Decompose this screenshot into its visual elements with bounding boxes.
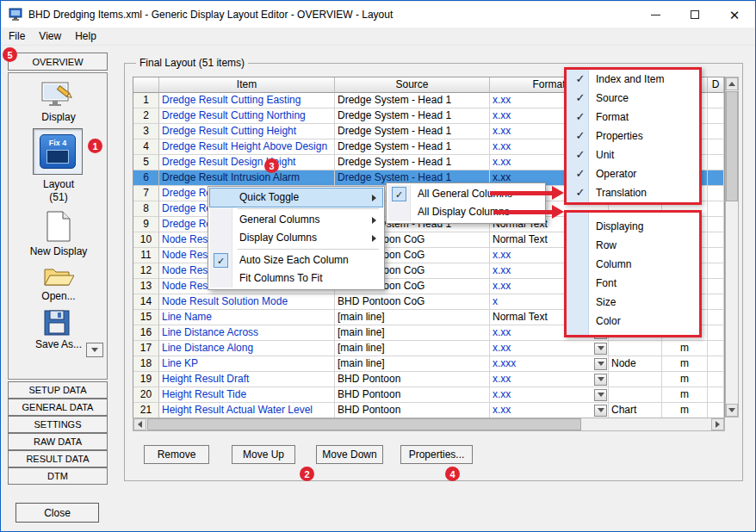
cell-source[interactable]: Dredge System - Head 1 bbox=[335, 139, 490, 155]
cell-source[interactable]: BHD Pontoon bbox=[335, 403, 490, 418]
open-button[interactable] bbox=[43, 264, 74, 291]
cell-display[interactable] bbox=[708, 372, 724, 387]
format-dropdown-button[interactable] bbox=[594, 405, 607, 417]
cell-display[interactable] bbox=[708, 294, 724, 310]
vertical-scroll-thumb[interactable] bbox=[726, 91, 738, 201]
row-number[interactable]: 1 bbox=[133, 93, 159, 108]
cell-properties[interactable]: Chart bbox=[609, 403, 662, 418]
cell-display[interactable] bbox=[708, 108, 724, 124]
menu-view[interactable]: View bbox=[32, 28, 68, 44]
properties-button[interactable]: Properties... bbox=[400, 445, 473, 464]
display-button[interactable] bbox=[41, 82, 74, 114]
row-number[interactable]: 7 bbox=[133, 186, 159, 201]
format-dropdown-button[interactable] bbox=[594, 343, 607, 355]
scroll-up-button[interactable] bbox=[726, 77, 738, 90]
cell-properties[interactable] bbox=[609, 387, 662, 403]
close-window-button[interactable]: ✕ bbox=[715, 2, 754, 28]
cell-unit[interactable]: m bbox=[662, 356, 708, 372]
new-display-button[interactable] bbox=[46, 211, 71, 244]
cell-source[interactable]: BHD Pontoon bbox=[335, 372, 490, 387]
cell-format[interactable]: x.xx bbox=[490, 341, 609, 356]
cell-format[interactable]: x.xxx bbox=[490, 356, 609, 372]
cell-item[interactable]: Height Result Actual Water Level bbox=[159, 403, 335, 418]
menu-item-auto-size-each-column[interactable]: ✓Auto Size Each Column bbox=[210, 251, 382, 269]
cell-display[interactable] bbox=[708, 155, 724, 170]
scroll-left-button[interactable] bbox=[133, 418, 146, 430]
menu-file[interactable]: File bbox=[2, 28, 32, 44]
cell-item[interactable]: Node Result Solution Mode bbox=[159, 294, 335, 310]
cell-item[interactable]: Dredge Result Cutting Northing bbox=[159, 108, 335, 124]
column-header-item[interactable]: Item bbox=[159, 77, 335, 93]
scroll-right-button[interactable] bbox=[711, 418, 724, 430]
cell-display[interactable] bbox=[708, 201, 724, 217]
menu-item-general-columns[interactable]: General Columns bbox=[210, 211, 382, 229]
cell-item[interactable]: Line Distance Across bbox=[159, 325, 335, 341]
horizontal-scroll-thumb[interactable] bbox=[147, 418, 581, 430]
cell-format[interactable]: x.xx bbox=[490, 372, 609, 387]
row-number[interactable]: 5 bbox=[133, 155, 159, 170]
row-number[interactable]: 12 bbox=[133, 263, 159, 279]
remove-button[interactable]: Remove bbox=[144, 445, 209, 464]
cell-source[interactable]: [main line] bbox=[335, 356, 490, 372]
column-toggle-font[interactable]: Font bbox=[567, 274, 699, 293]
row-number[interactable]: 3 bbox=[133, 124, 159, 139]
row-number[interactable]: 11 bbox=[133, 248, 159, 263]
cell-display[interactable] bbox=[708, 279, 724, 294]
scroll-down-button[interactable] bbox=[726, 404, 738, 417]
cell-source[interactable]: Dredge System - Head 1 bbox=[335, 124, 490, 139]
row-number[interactable]: 10 bbox=[133, 232, 159, 248]
cell-properties[interactable] bbox=[609, 341, 662, 356]
column-toggle-displaying[interactable]: Displaying bbox=[567, 217, 699, 236]
cell-item[interactable]: Dredge Result Cutting Height bbox=[159, 124, 335, 139]
menu-item-display-columns[interactable]: Display Columns bbox=[210, 229, 382, 247]
cell-item[interactable]: Dredge Result Intrusion Alarm bbox=[159, 170, 335, 186]
sidebar-item-raw-data[interactable]: RAW DATA bbox=[8, 433, 108, 450]
column-toggle-source[interactable]: ✓Source bbox=[567, 89, 699, 108]
menu-help[interactable]: Help bbox=[68, 28, 103, 44]
row-number[interactable]: 17 bbox=[133, 341, 159, 356]
sidebar-overview-button[interactable]: OVERVIEW bbox=[8, 53, 108, 71]
row-number[interactable]: 20 bbox=[133, 387, 159, 403]
cell-source[interactable]: [main line] bbox=[335, 341, 490, 356]
sidebar-item-general-data[interactable]: GENERAL DATA bbox=[8, 399, 108, 416]
row-number[interactable]: 4 bbox=[133, 139, 159, 155]
column-toggle-operator[interactable]: ✓Operator bbox=[567, 164, 699, 183]
cell-unit[interactable]: m bbox=[662, 387, 708, 403]
cell-display[interactable] bbox=[708, 356, 724, 372]
row-number[interactable]: 15 bbox=[133, 310, 159, 325]
row-number[interactable]: 14 bbox=[133, 294, 159, 310]
move-down-button[interactable]: Move Down bbox=[316, 445, 383, 464]
move-up-button[interactable]: Move Up bbox=[232, 445, 295, 464]
cell-item[interactable]: Line KP bbox=[159, 356, 335, 372]
cell-unit[interactable]: m bbox=[662, 341, 708, 356]
column-toggle-index-and-item[interactable]: ✓Index and Item bbox=[567, 70, 699, 89]
cell-source[interactable]: BHD Pontoon bbox=[335, 387, 490, 403]
cell-item[interactable]: Dredge Result Design Height bbox=[159, 155, 335, 170]
row-number[interactable]: 9 bbox=[133, 217, 159, 232]
cell-item[interactable]: Height Result Tide bbox=[159, 387, 335, 403]
cell-source[interactable]: Dredge System - Head 1 bbox=[335, 155, 490, 170]
cell-display[interactable] bbox=[708, 124, 724, 139]
cell-source[interactable]: [main line] bbox=[335, 325, 490, 341]
cell-unit[interactable]: m bbox=[662, 372, 708, 387]
cell-properties[interactable]: Node bbox=[609, 356, 662, 372]
format-dropdown-button[interactable] bbox=[594, 358, 607, 370]
row-number[interactable]: 16 bbox=[133, 325, 159, 341]
vertical-scrollbar[interactable] bbox=[725, 77, 739, 418]
cell-item[interactable]: Line Name bbox=[159, 310, 335, 325]
row-number[interactable]: 13 bbox=[133, 279, 159, 294]
column-toggle-size[interactable]: Size bbox=[567, 293, 699, 312]
save-as-dropdown-button[interactable] bbox=[86, 343, 103, 357]
column-header-source[interactable]: Source bbox=[335, 77, 490, 93]
cell-display[interactable] bbox=[708, 170, 724, 186]
cell-item[interactable]: Dredge Result Cutting Easting bbox=[159, 93, 335, 108]
row-number[interactable]: 8 bbox=[133, 201, 159, 217]
maximize-button[interactable] bbox=[675, 2, 715, 28]
cell-display[interactable] bbox=[708, 93, 724, 108]
cell-display[interactable] bbox=[708, 341, 724, 356]
column-header-d[interactable]: D bbox=[708, 77, 724, 93]
cell-item[interactable]: Line Distance Along bbox=[159, 341, 335, 356]
row-number[interactable]: 19 bbox=[133, 372, 159, 387]
sidebar-item-setup-data[interactable]: SETUP DATA bbox=[8, 381, 108, 399]
layout-button[interactable]: Fix 4 bbox=[33, 128, 83, 175]
